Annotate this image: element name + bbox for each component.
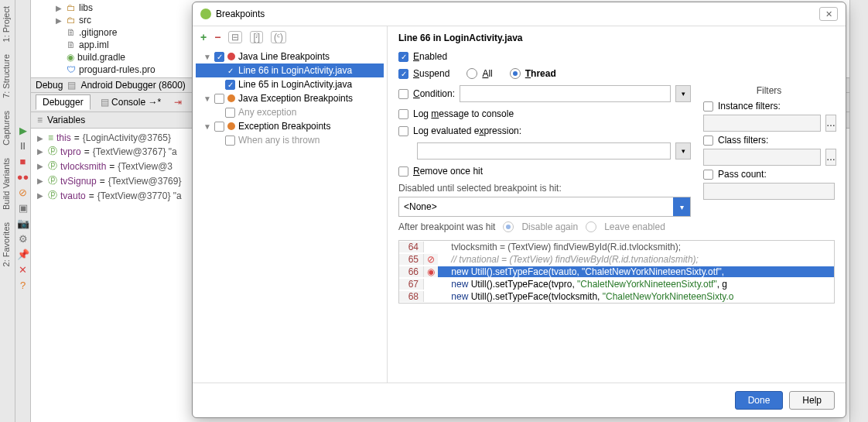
group-button-2[interactable]: [ʲ] xyxy=(250,31,263,43)
bp-line66[interactable]: ✓Line 66 in LoginActivity.java xyxy=(196,63,384,77)
leave-enabled-label: Leave enabled xyxy=(604,221,665,232)
suspend-all-radio[interactable] xyxy=(466,68,477,79)
group-button-3[interactable]: (ᶜ) xyxy=(271,31,286,43)
bug-icon xyxy=(200,9,211,19)
thread-label: Thread xyxy=(525,68,556,79)
leave-enabled-radio[interactable] xyxy=(586,221,596,232)
removeonce-checkbox[interactable] xyxy=(398,166,408,177)
debug-session-icon: ▤ xyxy=(67,80,76,91)
variables-header: Variables xyxy=(47,115,85,125)
class-label: Class filters: xyxy=(718,135,768,146)
help-icon[interactable]: ? xyxy=(17,279,29,291)
group-button-1[interactable]: ⊟ xyxy=(228,31,242,43)
bp-group-exception[interactable]: ▼Exception Breakpoints xyxy=(196,119,384,133)
filters-title: Filters xyxy=(703,85,835,96)
pass-checkbox[interactable] xyxy=(703,170,713,180)
condition-label: Condition: xyxy=(413,88,455,99)
breakpoints-icon[interactable]: ●● xyxy=(17,170,29,183)
stop-icon[interactable]: ■ xyxy=(17,155,29,167)
pass-input[interactable] xyxy=(703,183,835,200)
help-button[interactable]: Help xyxy=(789,391,835,410)
class-input[interactable] xyxy=(703,149,821,166)
obj-icon: ≡ xyxy=(48,132,53,143)
instance-checkbox[interactable] xyxy=(703,101,713,112)
all-label: All xyxy=(482,68,492,79)
add-breakpoint-button[interactable]: + xyxy=(200,31,207,43)
class-checkbox[interactable] xyxy=(703,136,713,146)
close-icon[interactable]: ✕ xyxy=(17,263,29,276)
vars-icon: ≡ xyxy=(37,115,43,125)
suspend-label: Suspend xyxy=(413,68,449,79)
param-icon: ⓟ xyxy=(48,160,57,173)
tool-tab-captures[interactable]: Captures xyxy=(0,105,12,152)
resume-icon[interactable]: ▶ xyxy=(17,124,29,136)
tool-tab-project[interactable]: 1: Project xyxy=(0,0,12,48)
layout-icon[interactable]: ▣ xyxy=(17,201,29,214)
code-preview: 64 tvlocksmith = (TextView) findViewById… xyxy=(398,240,835,304)
instance-browse[interactable]: … xyxy=(825,115,836,132)
pass-label: Pass count: xyxy=(718,169,767,180)
logexpr-dropdown[interactable]: ▾ xyxy=(675,142,691,160)
suspend-thread-radio[interactable] xyxy=(510,68,521,79)
removeonce-label: Remove once hit xyxy=(413,166,483,177)
debug-session: Android Debugger (8600) xyxy=(80,80,185,91)
instance-label: Instance filters: xyxy=(718,101,781,112)
bp-detail-heading: Line 66 in LoginActivity.java xyxy=(398,33,835,43)
disabled-until-select[interactable]: <None> ▾ xyxy=(398,197,691,217)
camera-icon[interactable]: 📷 xyxy=(17,217,29,229)
checkbox[interactable]: ✓ xyxy=(214,52,224,62)
tool-tab-favorites[interactable]: 2: Favorites xyxy=(0,216,12,273)
gradle-icon: ◉ xyxy=(67,52,74,63)
debug-title: Debug xyxy=(36,80,63,91)
checkbox[interactable]: ✓ xyxy=(225,66,235,76)
done-button[interactable]: Done xyxy=(735,391,784,410)
bp-group-java-line[interactable]: ▼✓Java Line Breakpoints xyxy=(196,50,384,63)
pin-icon[interactable]: 📌 xyxy=(17,248,29,260)
enabled-label: EEnablednabled xyxy=(413,51,447,62)
class-browse[interactable]: … xyxy=(825,149,836,166)
mute-bp-icon[interactable]: ⊘ xyxy=(17,186,29,198)
tab-console[interactable]: ▤ Console →* xyxy=(94,94,168,110)
settings-icon[interactable]: ⚙ xyxy=(17,232,29,245)
remove-breakpoint-button[interactable]: − xyxy=(214,31,220,43)
logexpr-label: Log evaluated expression: xyxy=(413,125,521,136)
tab-debugger[interactable]: Debugger xyxy=(36,94,91,110)
folder-icon: 🗀 xyxy=(67,15,76,26)
disable-again-label: Disable again xyxy=(521,221,578,232)
instance-input[interactable] xyxy=(703,115,821,132)
disable-again-radio[interactable] xyxy=(503,221,514,232)
step-icon[interactable]: ⇥ xyxy=(174,97,182,108)
condition-checkbox[interactable] xyxy=(398,89,408,99)
exception-icon xyxy=(227,94,235,102)
condition-input[interactable] xyxy=(460,85,671,102)
checkbox[interactable] xyxy=(214,94,224,104)
checkbox[interactable] xyxy=(214,122,224,132)
logmsg-label: Log message to console xyxy=(413,108,514,119)
bp-line65[interactable]: ✓Line 65 in LoginActivity.java xyxy=(196,77,384,91)
param-icon: ⓟ xyxy=(48,145,57,158)
dialog-close-button[interactable]: ✕ xyxy=(819,7,838,21)
file-icon: 🗎 xyxy=(67,27,76,38)
suspend-checkbox[interactable]: ✓ xyxy=(398,69,408,79)
checkbox[interactable] xyxy=(225,136,235,146)
after-hit-label: After breakpoint was hit xyxy=(398,221,495,232)
disabled-until-label: Disabled until selected breakpoint is hi… xyxy=(398,183,691,194)
condition-dropdown[interactable]: ▾ xyxy=(675,85,691,102)
enabled-checkbox[interactable]: ✓ xyxy=(398,52,408,62)
param-icon: ⓟ xyxy=(48,189,57,202)
logexpr-checkbox[interactable] xyxy=(398,126,408,136)
bp-when-any-thrown[interactable]: When any is thrown xyxy=(196,133,384,147)
proguard-icon: 🛡 xyxy=(67,64,76,75)
logmsg-checkbox[interactable] xyxy=(398,109,408,119)
bp-any-exception[interactable]: Any exception xyxy=(196,105,384,119)
pause-icon[interactable]: ⏸ xyxy=(17,139,29,152)
bp-group-java-exception[interactable]: ▼Java Exception Breakpoints xyxy=(196,91,384,105)
checkbox[interactable] xyxy=(225,108,235,118)
tool-tab-build-variants[interactable]: Build Variants xyxy=(0,152,12,216)
param-icon: ⓟ xyxy=(48,174,57,187)
checkbox[interactable]: ✓ xyxy=(225,80,235,90)
logexpr-input[interactable] xyxy=(417,142,671,160)
file-icon: 🗎 xyxy=(67,39,76,50)
tool-tab-structure[interactable]: 7: Structure xyxy=(0,48,12,105)
dialog-title: Breakpoints xyxy=(216,9,265,19)
